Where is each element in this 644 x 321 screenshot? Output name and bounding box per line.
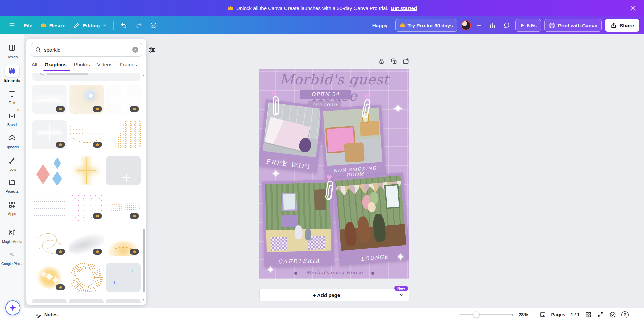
tab-videos[interactable]: Videos — [97, 62, 112, 71]
graphic-result-gray-partial[interactable] — [32, 299, 67, 303]
graphic-result-gray-partial[interactable] — [69, 299, 104, 303]
search-box[interactable]: ✕ — [31, 43, 142, 57]
canva-assistant-button[interactable] — [5, 300, 20, 315]
notes-icon — [35, 311, 42, 318]
hamburger-icon — [9, 22, 15, 29]
graphic-result-gold-glow-star[interactable] — [32, 263, 67, 292]
sparkle-decor[interactable]: ✦ — [393, 101, 403, 116]
design-page[interactable]: Morbid's guest House OPEN 24 HOURS OUR R… — [259, 69, 409, 279]
sidebar-item-projects[interactable]: Projects — [0, 174, 25, 196]
help-icon[interactable]: ? — [621, 311, 629, 318]
close-icon[interactable] — [629, 5, 637, 12]
elements-panel: ✕ AllGraphicsPhotosVideosFrames ▲ ▼ — [26, 39, 146, 305]
scrolled-suggestion[interactable] — [32, 73, 140, 81]
heart-paperclip[interactable]: ♥ — [271, 87, 283, 118]
graphic-result-soft-sparkle[interactable] — [32, 120, 67, 149]
check-circle-icon[interactable] — [609, 311, 616, 318]
saved-status-button[interactable] — [146, 19, 161, 31]
caption-cafeteria: CAFETERIA — [264, 257, 334, 265]
sidebar-item-google-photos[interactable]: Google Pho... — [0, 246, 25, 269]
lock-icon[interactable] — [378, 58, 385, 65]
editing-mode-button[interactable]: Editing — [69, 19, 111, 31]
sparkle-decor[interactable]: ✦ — [396, 251, 405, 263]
graphic-result-gold-smoke[interactable] — [32, 227, 67, 256]
footer-dot — [371, 272, 374, 275]
file-button[interactable]: File — [20, 20, 36, 31]
results-scroll[interactable] — [26, 73, 146, 303]
sidebar-item-elements[interactable]: Elements — [0, 62, 25, 85]
tab-photos[interactable]: Photos — [74, 62, 90, 71]
zoom-slider[interactable] — [459, 312, 513, 318]
caption-free-wifi: FREE WIFI — [259, 157, 318, 171]
clear-search-icon[interactable]: ✕ — [132, 47, 138, 53]
add-page-button[interactable]: + Add page — [259, 289, 409, 301]
sidebar-item-uploads[interactable]: Uploads — [0, 130, 25, 152]
grid-view-icon[interactable] — [585, 311, 592, 318]
graphic-result-gray-smoke[interactable] — [69, 227, 104, 256]
insights-button[interactable] — [487, 19, 498, 31]
sparkle-decor[interactable]: ✦ — [271, 167, 280, 180]
scroll-down-icon[interactable]: ▼ — [142, 299, 145, 301]
sidebar-item-text[interactable]: Text — [0, 85, 25, 107]
graphic-result-gold-dust-scatter[interactable] — [106, 120, 141, 149]
graphic-result-gray-speckles[interactable] — [32, 192, 67, 221]
search-input[interactable] — [44, 47, 130, 53]
doc-title[interactable]: Happy — [368, 20, 392, 31]
graphic-result-white-flare[interactable] — [32, 85, 67, 114]
share-button[interactable]: Share — [605, 19, 639, 32]
undo-button[interactable] — [116, 19, 131, 31]
pages-label[interactable]: Pages — [551, 312, 565, 317]
notes-button[interactable]: Notes — [35, 311, 58, 318]
sidebar-item-apps[interactable]: Apps — [0, 196, 25, 218]
pages-icon[interactable] — [539, 311, 546, 318]
graphic-result-gold-glow-arc[interactable] — [106, 227, 141, 256]
sparkle-decor[interactable]: ✦ — [267, 264, 274, 275]
graphic-result-gray-tile-sparkle[interactable] — [106, 156, 141, 185]
fullscreen-icon[interactable] — [597, 311, 604, 318]
add-member-button[interactable] — [474, 19, 484, 31]
graphic-result-gold-lens-flare[interactable] — [69, 85, 104, 114]
add-page-icon[interactable] — [402, 58, 409, 65]
graphic-result-gold-shimmer-wave[interactable] — [106, 192, 141, 221]
polaroid-free-wifi[interactable]: FREE WIFI — [259, 99, 325, 173]
scrollbar-thumb[interactable] — [143, 229, 145, 292]
graphic-result-pink-blue-diamonds[interactable] — [32, 156, 67, 185]
status-bar: Notes 28% Pages 1 / 1 ? — [0, 308, 644, 321]
graphic-result-gray-partial[interactable] — [106, 299, 141, 303]
graphic-result-gold-dust-wave[interactable] — [69, 120, 104, 149]
scroll-up-icon[interactable]: ▲ — [142, 74, 145, 77]
sidebar-item-magic-media[interactable]: Magic Media — [0, 224, 25, 246]
page-footer[interactable]: Morbid's guest House — [259, 270, 409, 276]
graphic-result-pink-sparkle-scatter[interactable] — [69, 192, 104, 221]
filter-icon[interactable] — [148, 46, 156, 54]
duplicate-page-icon[interactable] — [390, 58, 397, 65]
get-started-link[interactable]: Get started — [391, 5, 417, 11]
avatar[interactable] — [461, 20, 471, 30]
present-duration-button[interactable]: 5.5s — [515, 19, 541, 32]
zoom-slider-thumb[interactable] — [473, 312, 479, 318]
panel-scrollbar[interactable]: ▲ ▼ — [142, 74, 145, 301]
sparkle-decor[interactable]: ✦ — [282, 159, 286, 164]
tab-graphics[interactable]: Graphics — [45, 62, 67, 71]
tab-all[interactable]: All — [32, 62, 37, 71]
tools-icon — [6, 154, 19, 166]
menu-button[interactable] — [5, 19, 20, 31]
try-pro-button[interactable]: Try Pro for 30 days — [395, 19, 457, 32]
graphic-result-gold-ray-burst[interactable] — [69, 263, 104, 292]
graphic-result-white-starburst[interactable] — [106, 85, 141, 114]
resize-button[interactable]: Resize — [36, 19, 70, 31]
zoom-level[interactable]: 28% — [518, 312, 528, 317]
print-with-canva-button[interactable]: Print with Canva — [544, 19, 602, 32]
sidebar-item-tools[interactable]: Tools — [0, 152, 25, 174]
tab-frames[interactable]: Frames — [120, 62, 137, 71]
graphic-result-pastel-sparkle-tile[interactable] — [106, 263, 141, 292]
sidebar-item-brand[interactable]: ♛Brand — [0, 107, 25, 130]
comments-button[interactable] — [501, 19, 512, 31]
sidebar-item-design[interactable]: Design — [0, 39, 25, 62]
graphic-result-gold-star-sparkle[interactable] — [69, 156, 104, 185]
redo-button[interactable] — [131, 19, 146, 31]
open-hours-banner[interactable]: OPEN 24 HOURS — [300, 90, 351, 99]
google-photos-icon — [6, 249, 19, 260]
plus-icon — [476, 22, 482, 29]
polaroid-non-smoking[interactable]: NON SMOKING ROOM — [320, 105, 386, 181]
